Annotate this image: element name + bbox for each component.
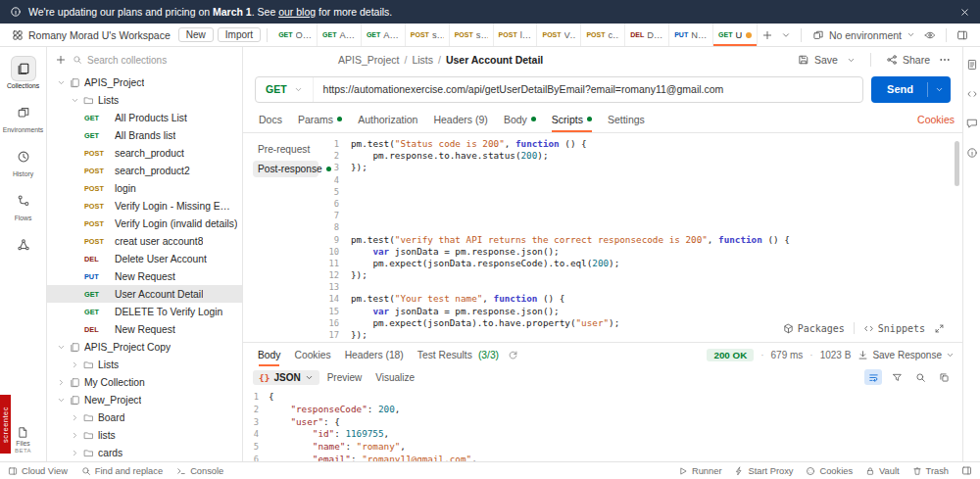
sidebar-nav-history[interactable]: History <box>1 145 46 177</box>
comments-icon[interactable] <box>966 118 978 129</box>
snippets-button[interactable]: Snippets <box>863 323 925 334</box>
search-response-button[interactable] <box>911 369 929 385</box>
send-button[interactable]: Send <box>871 76 951 103</box>
response-tab-test-results[interactable]: Test Results(3/3) <box>411 343 506 366</box>
cookies-link[interactable]: Cookies <box>917 114 955 125</box>
statusbar-cloud-view[interactable]: Cloud View <box>8 466 68 476</box>
breadcrumb-item[interactable]: User Account Detail <box>446 54 543 66</box>
sidebar-nav-more[interactable] <box>1 233 46 257</box>
tree-request-user-account-detail[interactable]: GETUser Account Detail <box>47 285 242 303</box>
open-tab-logi[interactable]: POSTlogi <box>494 24 538 46</box>
tree-request-new-request[interactable]: PUTNew Request <box>47 267 242 285</box>
breadcrumb-item[interactable]: APIS_Project <box>338 54 399 66</box>
statusbar-cookies[interactable]: Cookies <box>806 466 853 476</box>
info-icon[interactable] <box>966 147 978 159</box>
request-tab-headers-9[interactable]: Headers (9) <box>425 106 495 132</box>
request-tab-body[interactable]: Body <box>496 106 544 132</box>
tree-request-all-products-list[interactable]: GETAll Products List <box>47 109 242 126</box>
open-tab-new-f[interactable]: PUTNew F <box>669 24 713 46</box>
statusbar-start-proxy[interactable]: Start Proxy <box>734 466 793 476</box>
tree-request-verify-login-missing-email[interactable]: POSTVerify Login - Missing Email <box>47 197 242 215</box>
open-tab-user-a[interactable]: GETUser A <box>713 24 758 46</box>
more-actions-icon[interactable] <box>939 54 951 66</box>
url-input[interactable]: https://automationexercise.com/api/getUs… <box>314 83 863 95</box>
new-tab-icon[interactable] <box>761 29 773 41</box>
response-tab-headers-18[interactable]: Headers (18) <box>338 343 411 366</box>
request-tab-params[interactable]: Params <box>290 106 350 132</box>
tree-folder-board[interactable]: Board <box>47 408 242 426</box>
packages-button[interactable]: Packages <box>783 323 845 334</box>
tree-folder-lists[interactable]: Lists <box>47 91 242 109</box>
open-tab-all-prc[interactable]: GETAll Prc <box>318 24 362 46</box>
statusbar-runner[interactable]: Runner <box>678 466 722 476</box>
sidebar-nav-files[interactable]: Files BETA <box>15 426 31 454</box>
save-options-icon[interactable] <box>847 56 856 65</box>
copy-response-button[interactable] <box>935 369 953 385</box>
sidebar-nav-collections[interactable]: Collections <box>1 57 46 89</box>
import-button[interactable]: Import <box>218 27 261 42</box>
statusbar-trash[interactable]: Trash <box>912 466 949 476</box>
environment-selector[interactable]: No environment <box>808 29 920 41</box>
tree-collection-apis-project[interactable]: APIS_Project <box>47 73 242 91</box>
open-tab-delete[interactable]: DELDelete <box>625 24 669 46</box>
save-button[interactable]: Save <box>798 54 838 66</box>
documentation-icon[interactable] <box>966 59 978 71</box>
tree-request-creat-user-account8[interactable]: POSTcreat user account8 <box>47 232 242 250</box>
tree-collection-new-project[interactable]: New_Project <box>47 391 242 408</box>
open-tab-searc[interactable]: POSTsearc <box>406 24 450 46</box>
response-tab-cookies[interactable]: Cookies <box>287 343 337 366</box>
tree-request-delete-to-verify-login[interactable]: GETDELETE To Verify Login <box>47 303 242 320</box>
request-tab-docs[interactable]: Docs <box>251 106 290 132</box>
tree-request-search-product[interactable]: POSTsearch_product <box>47 144 242 162</box>
response-view-preview[interactable]: Preview <box>321 370 368 385</box>
response-tab-body[interactable]: Body <box>251 343 287 366</box>
new-button[interactable]: New <box>178 27 214 42</box>
search-input[interactable] <box>87 55 234 66</box>
sidebar-nav-environments[interactable]: Environments <box>1 101 46 133</box>
tree-request-login[interactable]: POSTlogin <box>47 179 242 197</box>
share-button[interactable]: Share <box>886 54 930 66</box>
tree-request-all-brands-list[interactable]: GETAll Brands list <box>47 126 242 144</box>
expand-editor-icon[interactable] <box>934 323 945 334</box>
search-collections[interactable] <box>73 55 234 66</box>
open-tab-all-brc[interactable]: GETAll Brc <box>362 24 406 46</box>
environment-quicklook-icon[interactable] <box>924 29 936 41</box>
tree-folder-lists[interactable]: lists <box>47 426 242 444</box>
script-editor[interactable]: 1pm.test("Status code is 200", function … <box>321 133 962 342</box>
open-tab-verif[interactable]: POSTVerif <box>537 24 581 46</box>
tree-collection-apis-project-copy[interactable]: APIS_Project Copy <box>47 338 242 356</box>
open-tab-searc[interactable]: POSTsearc <box>450 24 494 46</box>
method-selector[interactable]: GET <box>256 77 314 102</box>
tree-collection-my-collection[interactable]: My Collection <box>47 373 242 391</box>
tree-request-search-product2[interactable]: POSTsearch_product2 <box>47 162 242 179</box>
request-tab-authorization[interactable]: Authorization <box>350 106 425 132</box>
banner-close-icon[interactable] <box>959 7 970 18</box>
editor-scrollbar[interactable] <box>955 141 959 186</box>
response-body[interactable]: 1{2 "responseCode": 200,3 "user": {4 "id… <box>243 388 962 461</box>
code-snippet-icon[interactable] <box>966 88 978 100</box>
tree-request-verify-login-invalid-details[interactable]: POSTVerify Login (invalid details) <box>47 215 242 232</box>
tree-folder-cards[interactable]: cards <box>47 444 242 461</box>
refresh-icon[interactable] <box>508 350 518 360</box>
filter-button[interactable] <box>888 369 906 385</box>
split-panel-icon[interactable] <box>961 465 972 476</box>
send-options-icon[interactable] <box>935 85 944 94</box>
workspace-switcher[interactable]: Romany Morad U's Workspace <box>8 29 174 41</box>
request-tab-settings[interactable]: Settings <box>600 106 653 132</box>
sidebar-nav-flows[interactable]: Flows <box>1 189 46 221</box>
save-response-button[interactable]: Save Response <box>858 350 955 360</box>
breadcrumb-item[interactable]: Lists <box>412 54 433 66</box>
response-view-json[interactable]: {}JSON <box>253 370 319 385</box>
wrap-text-button[interactable] <box>864 369 882 385</box>
request-tab-scripts[interactable]: Scripts <box>544 106 600 132</box>
layout-icon[interactable] <box>956 29 968 41</box>
tab-overflow-icon[interactable] <box>781 30 791 40</box>
response-view-visualize[interactable]: Visualize <box>369 370 420 385</box>
statusbar-console[interactable]: Console <box>176 466 223 476</box>
scripts-subnav-pre-request[interactable]: Pre-request <box>253 141 318 158</box>
statusbar-find-and-replace[interactable]: Find and replace <box>81 466 163 476</box>
tree-folder-lists[interactable]: Lists <box>47 356 242 373</box>
add-collection-icon[interactable] <box>55 54 67 66</box>
open-tab-creat[interactable]: POSTcreat <box>581 24 625 46</box>
scripts-subnav-post-response[interactable]: Post-response <box>253 161 318 177</box>
